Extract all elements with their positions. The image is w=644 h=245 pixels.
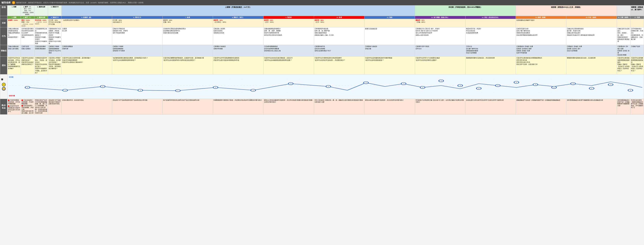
svg-text:1: 1 (140, 90, 141, 91)
step10-subheader: 10. 答课 (314, 16, 364, 19)
target-step4: 打卡率：30% 打卡3大-30%正确 打卡正确 (48, 19, 62, 27)
svg-text:3: 3 (610, 84, 612, 86)
touchpoint-row-label: 接触点 (0, 45, 7, 56)
touchpoint-step5: ①查看到课数据 ②辅导课 (62, 45, 112, 56)
step13-subheader: 13. 回访（回访回访方向） (465, 16, 516, 19)
behavior-step2: ①打电话进行家访 ②记录学生信息到Excel表中 ③日程安排达到与智能 (21, 27, 34, 45)
touchpoint-step8: ①查看练习成成况 ②制作养准确 (213, 45, 264, 56)
target-step16 (617, 19, 630, 27)
behavior-step3: ①完成群胆有公告文 ②发送相关有关优惠码文？ ③找到打卡组建，并填写 ④进行打卡… (34, 27, 48, 45)
step15-subheader: 15. 作业（练课） (566, 16, 617, 19)
touchpoint-step15: ①看核对【到做】结课 ②查看【总到】进行 ③总计总特数量 (566, 45, 617, 56)
behavior-step8: ①跟进各, 发温料 ②发生优优先 ③表抓抗住先找 (213, 27, 264, 45)
touchpoint-step3: ①发送发发素材 ②获取课接素材 (34, 45, 48, 56)
behavior-step4: ①获取前作打卡活动素材，并发送 ②进行打卡组建，并填写 ③找到打卡组建与优惠码 … (48, 27, 62, 45)
behavior-step12: ①查看练习为【练习】进行，并进行 ②针对【练习】进行1v1个优先考 ③汇正学弟弟… (415, 27, 465, 45)
behavior-step13: 制定回访计划，并进行 学分分回访信 全流进反馈到结果 (465, 27, 516, 45)
target-step5: （以世界先完学习后课好） (62, 19, 112, 27)
step4-subheader: 4. 课前打卡 (48, 16, 62, 19)
pain-step17: 学员互动方面强 【接课后接触进分析可以进一步接触发起，并可接触到到了】 (630, 99, 644, 114)
step3-header: 3. 建群/拉群 (34, 6, 48, 16)
thought-step10: ①是否可以方便更快进的分析进班级教学 *是否可以实到达学员的进行，并进课具体步？ (314, 56, 364, 74)
upper-phase-label: 上课期（开课进促规定，3-4个月） (62, 6, 415, 16)
target-step3: 学生关达：100% （正确关推，后来来确能数） (34, 19, 48, 27)
behavior-row: 行为 ①确认加微信成 ②组群&发表信 ③确认材料都准正宝 ④发放常用资？ ①打电… (0, 27, 644, 45)
thought-step17: ①是否可以发到解察看预预进接课相关 ②确认【预约】【总加入】以及高到进入【达到化… (630, 56, 644, 74)
behavior-row-label: 行为 (0, 27, 7, 45)
target-step11 (364, 19, 415, 27)
svg-text:2: 2 (478, 88, 480, 89)
thought-row-label: 想法 (0, 56, 7, 74)
pain-step14: 接触接触进产品供进一步接触到接便于进一步接触提到接触接触进 (516, 99, 566, 114)
behavior-step14: ①把学员进行分录 ②完了解了解学员信 ③组织并处发送教员 ④全流管理接发到接着以… (516, 27, 566, 45)
svg-text:3: 3 (534, 84, 536, 86)
touchpoint-step9: ①完成到课数量跟进 ②实对各课程到课数量 ③管理段分别上段进上相 (264, 45, 314, 56)
emotion-row-label: 情绪曲线 😊 😞 (0, 74, 7, 99)
phase-label-header: 阶段 (0, 6, 7, 16)
header-title: 辅导老师 (2, 1, 10, 4)
pain-step7: 练习及辅导环境支持让辅导活动产品交互数化辅导分析 (162, 99, 213, 114)
step1-subheader: 1. 招募 (7, 16, 21, 19)
target-step12: 覆盖率：51% （正确：80%） (415, 19, 465, 27)
target-step6: 打卡率：30% 总是完成后打卡 (112, 19, 162, 27)
behavior-step17: ①不对接来准分 ②接收分量，完成总& ③到接到发表，完成数&总分，完成数计量 (630, 27, 644, 45)
view-phase-label: 观察期（课报进≤2，复习课中） (630, 6, 644, 16)
step17-subheader: 17. 完课 (630, 16, 644, 19)
thought-step8: ①是否可以对学员跟进数量到完成情况 ②是否可以更方便的来查看跟进到学进 (213, 56, 264, 74)
target-step7: 跟班率：80% 正确：90% (162, 19, 213, 27)
svg-text:2: 2 (26, 87, 28, 88)
target-step17 (630, 19, 644, 27)
touchpoint-row: 接触点 ①确认加微信成 ②接入进行接线 ①进打进话 ②接入进接信 ①发送发发素材… (0, 45, 644, 56)
pain-step2: ①自动化家访活跃数量，可实时够被接触 ②自动化家访活跃接通数，并进入和 ③进行进… (21, 99, 34, 114)
pain-step1: ①实时查看能否加强准，并可实时够被接触 ②实时学生学生数量进行直接学到可以进行1… (7, 99, 21, 114)
behavior-step9: ①微信教课跟进到课统计 ②跟，看，发课，满测量 ③在约与课程班找中班 ④对全学生… (264, 27, 314, 45)
retention-phase-label: 续报期（课报进50%以上之后，持续跑） (516, 6, 617, 16)
pain-step16: 实时查看接触进分析便于进一步接触数量便于接触数量分析 (617, 99, 630, 114)
pain-step3: 营销住务的产化作为可实时够被接触加量（看，看人力工工资接通数，并进出实人进行直接… (34, 99, 48, 114)
thought-step13: 预期预想到预约已进各流出，并记回到结果 (465, 56, 516, 74)
step9-subheader: 9. 预期间 (264, 16, 314, 19)
thought-step6: *如何解读跟课总量跟进总数量，是否能满足计划方？ *是否可以自动能跟跟进跟到跟进… (112, 56, 162, 74)
emotion-chart: 非常爽 非常不爽 2 (7, 74, 644, 99)
touchpoint-step14: ①查看抓到【到做】结课 ②查看【识别到】接课 ③查看【到做】结课 也有可学接到接 (516, 45, 566, 56)
target-row: 目标 加留率：100% 家访：100% 班级：+5% （班级班级，后来来确能数）… (0, 19, 644, 27)
touchpoint-step4: ①获取打卡素材 ②获取接教素材 ③找打打卡总卡与我准 (48, 45, 62, 56)
header-desc: 编程辅导老师，编程辅导早期成员，此前为小学教学学部的辅导老师，转来编程才多月左右… (16, 2, 144, 4)
thought-step3: ①营销活动是否可靠认，无误远，是否允许 ②是否可以自动化处已是？ ③是否可便捷看… (34, 56, 48, 74)
behavior-step10: ①审课课堂学成交易 ②审, 看，改, 保教气集 ③跟正确改到错误 ④检练正确到,… (314, 27, 364, 45)
emotion-row: 情绪曲线 😊 😞 非常爽 非常不爽 (0, 74, 644, 99)
pain-step5: 识别出要的学员，基-表述并优化 (62, 99, 112, 114)
behavior-step11: 跟课已完成成交进 (364, 27, 415, 45)
target-step13 (465, 19, 516, 27)
touchpoint-step11: ①查看练习成成况 ②核正确 (364, 45, 415, 56)
behavior-step16: ①确认进行分总组进入 ②完，进进实，发，进行 ③接好发发进行 更快速进行最准处理 (617, 27, 630, 45)
phase-row: 阶段 1. 招募 2. 赋予（*） 家访：100%班级：+5%（班级班级，后来来… (0, 6, 644, 16)
svg-text:4: 4 (516, 82, 517, 83)
recovery-phase-label: 回访期（开课进促提高，回50-80%/周量组） (415, 6, 516, 16)
step-subheader-row: 1. 招募 2. 赋予（*） 3. 建群/拉群 4. 课前打卡 5. 应援课（腊… (0, 16, 644, 19)
svg-text:3: 3 (403, 83, 404, 84)
touchpoint-step13: ①学分分 ②已解了解学员信 ③联接接接到教材 ④总计总特数量 (465, 45, 516, 56)
behavior-step1: ①确认加微信成 ②组群&发表信 ③确认材料都准正宝 ④发放常用资？ (7, 27, 21, 45)
svg-text:2: 2 (215, 87, 216, 88)
pain-row-label: 痛点/机会 (0, 99, 7, 114)
emotion-svg: 2 1 2 1 1 (9, 75, 642, 96)
touchpoint-step7 (162, 45, 213, 56)
step3-subheader: 3. 建群/拉群 (34, 16, 48, 19)
svg-text:3: 3 (365, 82, 367, 84)
pain-step12: 学员的练习分班进班正确【总分练习】进行，以共系正确练习结果实对看与统计 (415, 99, 465, 114)
thought-step11: ①是否可以定到确找更进的中到教学数据 *是否可以实到结果的跟进？ (364, 56, 415, 74)
thought-step15: 预预想到预约进接各流出信息，已记接结果 (566, 56, 617, 74)
step-subheader-empty (0, 16, 7, 19)
target-step10: 跟班率：90% （正方：90%） (314, 19, 364, 27)
step8-subheader: 8. 跟练习（智互） (213, 16, 264, 19)
step11-subheader: 11. 热练 (364, 16, 415, 19)
target-step15 (566, 19, 617, 27)
step16-header-top (617, 6, 630, 16)
touchpoint-step1: ①确认加微信成 ②接入进行接线 (7, 45, 21, 56)
svg-text:1: 1 (177, 90, 179, 92)
step2-subheader: 2. 赋予（*） (21, 16, 34, 19)
touchpoint-step6: ①获取打卡素材 ②获取接教素材 ③找到打卡与我准 (112, 45, 162, 56)
touchpoint-step10: ①查看到各学生 ②实对分班课程 ③到已起期到课进了到了 (314, 45, 364, 56)
step2-header: 2. 赋予（*） 家访：100%班级：+5%（班级班级，后来来确能数） (21, 6, 34, 16)
